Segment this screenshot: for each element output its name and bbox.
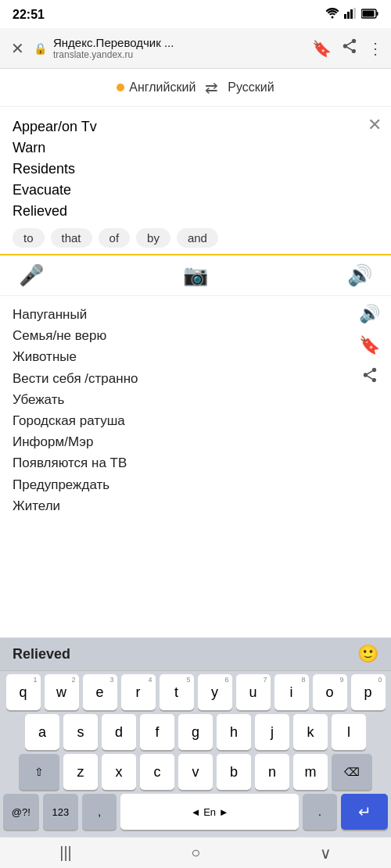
key-x[interactable]: x — [102, 754, 136, 790]
key-comma[interactable]: , — [82, 794, 117, 830]
keyboard-rows: 1q 2w 3e 4r 5t 6y 7u 8i 9o 0p a s d f g … — [0, 671, 391, 837]
translation-line: Городская ратуша — [13, 410, 378, 431]
speaker-output-button[interactable]: 🔊 — [359, 304, 380, 324]
key-123[interactable]: 123 — [43, 794, 79, 830]
language-bar: Английский ⇄ Русский — [0, 69, 391, 107]
speaker-input-button[interactable]: 🔊 — [347, 263, 372, 288]
share-output-button[interactable] — [361, 366, 378, 388]
bookmark-output-button[interactable]: 🔖 — [359, 335, 380, 355]
key-l[interactable]: l — [332, 714, 366, 750]
svg-rect-2 — [350, 9, 353, 19]
key-t[interactable]: 5t — [160, 674, 194, 710]
chip-to[interactable]: to — [13, 228, 45, 248]
key-y[interactable]: 6y — [198, 674, 232, 710]
key-h[interactable]: h — [217, 714, 251, 750]
key-space[interactable]: ◄ En ► — [120, 794, 299, 830]
clear-input-button[interactable]: ✕ — [368, 115, 382, 135]
browser-url-block[interactable]: Яндекс.Переводчик ... translate.yandex.r… — [53, 36, 306, 60]
browser-actions: 🔖 ⋮ — [312, 38, 383, 59]
key-n[interactable]: n — [255, 754, 289, 790]
target-lang-label[interactable]: Русский — [228, 80, 274, 95]
key-g[interactable]: g — [178, 714, 213, 750]
key-k[interactable]: k — [293, 714, 328, 750]
keyboard-suggestion-word[interactable]: Relieved — [13, 646, 70, 663]
key-m[interactable]: m — [293, 754, 328, 790]
svg-rect-6 — [363, 11, 375, 17]
translation-line: Появляются на ТВ — [13, 452, 378, 473]
chip-by[interactable]: by — [136, 228, 170, 248]
keyboard-row-3: ⇧ z x c v b n m ⌫ — [3, 754, 388, 790]
status-icons — [325, 8, 378, 22]
source-lang-label[interactable]: Английский — [129, 80, 196, 94]
status-bar: 22:51 — [0, 0, 391, 28]
translation-output: 🔊 🔖 НапуганныйСемья/не верюЖивотныеВести… — [0, 296, 391, 524]
keyboard-row-4: @?! 123 , ◄ En ► . ↵ — [3, 794, 388, 830]
bottom-nav: ||| ○ ∨ — [0, 837, 391, 868]
camera-button[interactable]: 📷 — [183, 263, 208, 288]
battery-icon — [361, 8, 378, 22]
key-symbol[interactable]: @?! — [3, 794, 39, 830]
status-time: 22:51 — [13, 8, 45, 22]
translation-line: Животные — [13, 346, 378, 367]
translation-line: Вести себя /странно — [13, 368, 378, 389]
keyboard-suggestion-bar: Relieved 🙂 — [0, 638, 391, 671]
key-period[interactable]: . — [303, 794, 337, 830]
key-q[interactable]: 1q — [6, 674, 41, 710]
back-button[interactable]: ||| — [59, 844, 72, 862]
key-u[interactable]: 7u — [236, 674, 271, 710]
key-j[interactable]: j — [255, 714, 289, 750]
key-z[interactable]: z — [63, 754, 98, 790]
translation-right-actions: 🔊 🔖 — [359, 304, 380, 388]
chip-of[interactable]: of — [99, 228, 131, 248]
key-b[interactable]: b — [217, 754, 251, 790]
keyboard-row-2: a s d f g h j k l — [3, 714, 388, 750]
translation-line: Жители — [13, 495, 378, 516]
home-button[interactable]: ○ — [191, 844, 200, 862]
input-area[interactable]: Appear/on Tv Warn Residents Evacuate Rel… — [0, 107, 391, 255]
key-p[interactable]: 0p — [351, 674, 386, 710]
browser-url: translate.yandex.ru — [53, 49, 306, 60]
lock-icon: 🔒 — [34, 42, 47, 55]
swap-languages-button[interactable]: ⇄ — [205, 78, 218, 97]
key-c[interactable]: c — [140, 754, 174, 790]
translation-line: Напуганный — [13, 304, 378, 325]
share-nav-icon[interactable] — [341, 38, 358, 59]
chip-and[interactable]: and — [177, 228, 218, 248]
key-i[interactable]: 8i — [274, 674, 309, 710]
input-text: Appear/on Tv Warn Residents Evacuate Rel… — [13, 116, 378, 222]
key-f[interactable]: f — [140, 714, 174, 750]
translation-lines-container: НапуганныйСемья/не верюЖивотныеВести себ… — [13, 304, 378, 516]
svg-rect-0 — [344, 14, 346, 19]
translation-line: Убежать — [13, 389, 378, 410]
keyboard-area: Relieved 🙂 1q 2w 3e 4r 5t 6y 7u 8i 9o 0p… — [0, 638, 391, 837]
key-w[interactable]: 2w — [45, 674, 79, 710]
mic-button[interactable]: 🎤 — [19, 263, 44, 288]
signal-icon — [344, 8, 357, 22]
key-shift[interactable]: ⇧ — [19, 754, 59, 790]
bookmark-nav-icon[interactable]: 🔖 — [312, 39, 332, 58]
source-lang-dot: Английский — [117, 80, 196, 95]
svg-rect-1 — [347, 12, 350, 19]
chip-that[interactable]: that — [51, 228, 92, 248]
key-s[interactable]: s — [63, 714, 98, 750]
key-enter[interactable]: ↵ — [341, 794, 388, 830]
more-nav-icon[interactable]: ⋮ — [368, 39, 383, 58]
key-backspace[interactable]: ⌫ — [332, 754, 372, 790]
key-o[interactable]: 9o — [313, 674, 347, 710]
recents-button[interactable]: ∨ — [320, 844, 332, 863]
translator-area: Английский ⇄ Русский Appear/on Tv Warn R… — [0, 69, 391, 524]
svg-rect-5 — [377, 12, 378, 16]
key-e[interactable]: 3e — [83, 674, 117, 710]
translation-line: Информ/Мэр — [13, 431, 378, 452]
key-d[interactable]: d — [102, 714, 136, 750]
key-r[interactable]: 4r — [121, 674, 156, 710]
browser-bar: ✕ 🔒 Яндекс.Переводчик ... translate.yand… — [0, 28, 391, 69]
keyboard-row-1: 1q 2w 3e 4r 5t 6y 7u 8i 9o 0p — [3, 674, 388, 710]
emoji-button[interactable]: 🙂 — [357, 644, 378, 664]
translation-line: Семья/не верю — [13, 325, 378, 346]
key-a[interactable]: a — [25, 714, 59, 750]
svg-rect-3 — [353, 8, 356, 19]
key-v[interactable]: v — [178, 754, 213, 790]
browser-close-button[interactable]: ✕ — [8, 36, 27, 61]
browser-title: Яндекс.Переводчик ... — [53, 36, 306, 49]
